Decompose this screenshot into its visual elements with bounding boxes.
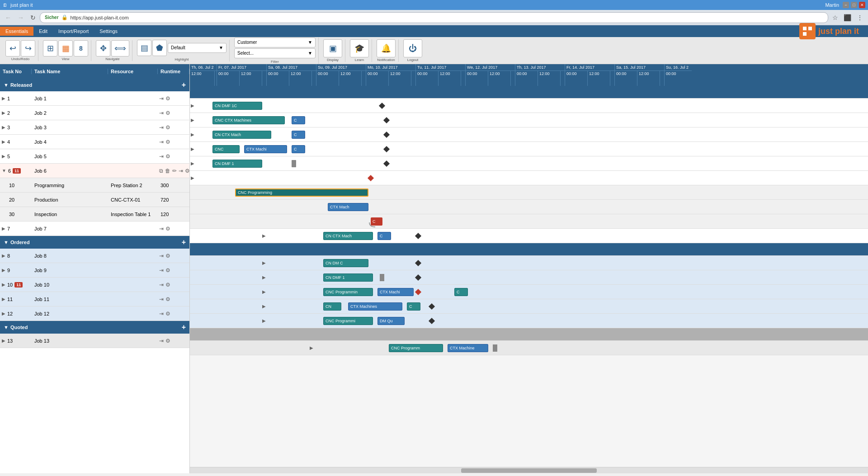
task-settings-icon[interactable]: ⚙ [165, 225, 171, 232]
quoted-add-button[interactable]: + [182, 323, 186, 331]
gantt-bar[interactable]: CN CTX Mach [212, 131, 271, 139]
gantt-bar[interactable]: CTX Machines [348, 302, 402, 311]
task-link-icon[interactable]: ⇥ [159, 252, 164, 259]
menu-essentials[interactable]: Essentials [0, 27, 33, 36]
address-bar[interactable]: Sicher 🔒 https://app.just-plan-it.com [40, 12, 828, 23]
gantt-bar-selected[interactable]: CNC Programming [235, 189, 368, 197]
navigate-arrows-button[interactable]: ⟺ [111, 40, 129, 57]
expand-icon[interactable]: ▶ [2, 282, 5, 287]
expand-icon[interactable]: ▶ [2, 139, 5, 144]
task-link-icon[interactable]: ⇥ [159, 138, 164, 146]
task-link-icon[interactable]: ⇥ [159, 153, 164, 160]
expand-icon[interactable]: ▶ [2, 110, 5, 115]
task-settings-icon[interactable]: ⚙ [165, 109, 171, 117]
notification-button[interactable]: 🔔 [377, 39, 396, 57]
gantt-bar[interactable]: CNC Programmi [323, 317, 373, 325]
redo-button[interactable]: ↪ [21, 40, 35, 57]
task-link-icon[interactable]: ⇥ [178, 167, 184, 174]
gantt-bar[interactable]: CN DM C [323, 259, 368, 267]
highlight-dropdown[interactable]: Default ▼ [168, 43, 226, 53]
gantt-bar[interactable]: C [407, 302, 420, 311]
expand-icon[interactable]: ▶ [2, 338, 5, 343]
gantt-bar[interactable]: CTX Machi [244, 145, 287, 153]
close-button[interactable]: ✕ [859, 2, 865, 8]
quoted-collapse-icon[interactable]: ▼ [4, 325, 9, 330]
task-settings-icon[interactable]: ⚙ [165, 281, 171, 288]
task-settings-icon[interactable]: ⚙ [165, 267, 171, 274]
task-link-icon[interactable]: ⇥ [159, 225, 164, 232]
edit-icon[interactable]: ✏ [172, 167, 177, 174]
delete-icon[interactable]: 🗑 [165, 167, 171, 174]
horizontal-scrollbar[interactable] [190, 467, 868, 473]
display-button[interactable]: ▣ [323, 39, 342, 57]
expand-icon[interactable]: ▶ [2, 268, 5, 273]
task-link-icon[interactable]: ⇥ [159, 109, 164, 117]
view-filter-button[interactable]: ▦ [58, 40, 73, 57]
view-layers-button[interactable]: ⊞ [43, 40, 57, 57]
extensions-button[interactable]: ⬛ [841, 13, 854, 23]
expand-icon[interactable]: ▶ [2, 311, 5, 316]
gantt-bar[interactable]: CTX Machine [448, 344, 488, 352]
expand-icon[interactable]: ▶ [2, 154, 5, 159]
menu-edit[interactable]: Edit [33, 27, 53, 36]
expand-icon[interactable]: ▶ [2, 253, 5, 258]
highlight-shape-button[interactable]: ⬟ [152, 40, 167, 56]
gantt-bar[interactable]: CNC Programmin [323, 288, 373, 296]
task-settings-icon[interactable]: ⚙ [165, 153, 171, 160]
task-link-icon[interactable]: ⇥ [159, 95, 164, 102]
expand-icon[interactable]: ▶ [2, 226, 5, 231]
gantt-bar[interactable]: CTX Machi [377, 288, 414, 296]
menu-settings[interactable]: Settings [94, 27, 123, 36]
gantt-bar[interactable]: C [292, 145, 305, 153]
task-settings-icon[interactable]: ⚙ [165, 252, 171, 259]
expand-icon[interactable]: ▶ [2, 96, 5, 101]
gantt-bar[interactable]: C [377, 232, 391, 240]
task-link-icon[interactable]: ⇥ [159, 296, 164, 303]
gantt-bar[interactable]: DM Qu [377, 317, 405, 325]
copy-icon[interactable]: ⧉ [159, 167, 164, 174]
gantt-bar[interactable]: CN DMF 1C [212, 102, 262, 110]
filter-select-dropdown[interactable]: Select... ▼ [234, 48, 316, 58]
task-settings-icon[interactable]: ⚙ [184, 167, 189, 174]
gantt-bar[interactable]: C [292, 116, 305, 124]
gantt-bar[interactable]: C [454, 288, 468, 296]
task-link-icon[interactable]: ⇥ [159, 281, 164, 288]
expand-icon[interactable]: ▶ [2, 297, 5, 302]
task-settings-icon[interactable]: ⚙ [165, 296, 171, 303]
filter-customer-dropdown[interactable]: Customer ▼ [234, 38, 316, 47]
expand-icon[interactable]: ▶ [2, 125, 5, 130]
released-add-button[interactable]: + [182, 81, 186, 89]
task-link-icon[interactable]: ⇥ [159, 337, 164, 344]
highlight-gantt-button[interactable]: ▤ [137, 40, 151, 56]
gantt-bar[interactable]: CN CTX Mach [323, 232, 373, 240]
task-link-icon[interactable]: ⇥ [159, 267, 164, 274]
gantt-bar[interactable]: CTX Mach [328, 203, 368, 211]
menu-button[interactable]: ⋮ [854, 13, 865, 23]
task-settings-icon[interactable]: ⚙ [165, 124, 171, 131]
task-settings-icon[interactable]: ⚙ [165, 95, 171, 102]
bookmark-button[interactable]: ☆ [830, 13, 840, 23]
menu-import-report[interactable]: Import/Report [53, 27, 94, 36]
scrollbar-thumb[interactable] [461, 468, 597, 473]
gantt-bar[interactable]: CN DMF 1 [212, 160, 262, 168]
gantt-bar[interactable]: C [292, 131, 305, 139]
task-settings-icon[interactable]: ⚙ [165, 337, 171, 344]
released-collapse-icon[interactable]: ▼ [4, 82, 9, 88]
gantt-bar[interactable]: CN DMF 1 [323, 273, 373, 282]
back-button[interactable]: ← [3, 13, 14, 23]
forward-button[interactable]: → [15, 13, 26, 23]
logout-button[interactable]: ⏻ [403, 39, 422, 57]
ordered-add-button[interactable]: + [182, 238, 186, 246]
task-settings-icon[interactable]: ⚙ [165, 138, 171, 146]
task-settings-icon[interactable]: ⚙ [165, 310, 171, 317]
learn-button[interactable]: 🎓 [350, 39, 369, 57]
expand-icon[interactable]: ▼ [2, 168, 6, 173]
task-link-icon[interactable]: ⇥ [159, 310, 164, 317]
reload-button[interactable]: ↻ [28, 13, 38, 23]
gantt-bar[interactable]: CNC Programm [389, 344, 443, 352]
gantt-bar[interactable]: CNC CTX Machines [212, 116, 285, 124]
minimize-button[interactable]: − [843, 2, 849, 8]
gantt-bar[interactable]: CNC [212, 145, 240, 153]
task-link-icon[interactable]: ⇥ [159, 124, 164, 131]
maximize-button[interactable]: □ [851, 2, 857, 8]
